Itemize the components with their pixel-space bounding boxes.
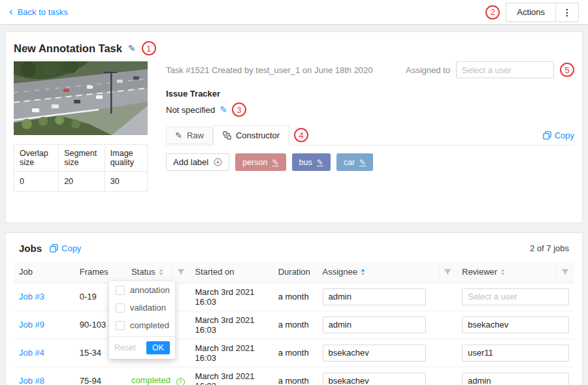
column-label: Started on — [195, 267, 235, 277]
annotation-marker-2: 2 — [485, 5, 500, 20]
reviewer-input[interactable] — [462, 316, 569, 333]
copy-jobs-link[interactable]: Copy — [50, 243, 81, 253]
filter-reviewer-icon[interactable] — [557, 266, 569, 278]
job-link[interactable]: Job #8 — [19, 376, 44, 385]
job-duration: a month — [273, 339, 318, 367]
assigned-to-group: Assigned to 5 — [406, 61, 574, 78]
param-header-segment-size: Segment size — [59, 145, 105, 172]
column-label: Frames — [80, 267, 108, 277]
param-header-image-quality: Image quality — [105, 145, 147, 172]
sort-status-icon[interactable]: ▲ ▼ — [159, 268, 163, 275]
actions-label: Actions — [506, 7, 555, 17]
column-label: Duration — [278, 267, 310, 277]
labels-tabs-bar: ✎ Raw Constructor 4 — [166, 125, 574, 146]
job-link[interactable]: Job #4 — [19, 348, 44, 358]
assignee-input[interactable] — [323, 316, 426, 333]
copy-labels-label: Copy — [555, 131, 574, 140]
actions-button[interactable]: Actions ⋮ — [506, 3, 579, 22]
pencil-icon: ✎ — [175, 131, 182, 140]
job-link[interactable]: Job #3 — [19, 292, 44, 301]
param-value-image-quality: 30 — [105, 172, 147, 192]
task-parameters-table: Overlap size Segment size Image quality … — [14, 144, 148, 192]
column-header-frames: Frames — [74, 262, 126, 283]
reviewer-input[interactable] — [462, 288, 569, 305]
plus-circle-icon — [214, 158, 222, 166]
topbar-right: 2 Actions ⋮ — [485, 3, 579, 22]
edit-label-icon[interactable]: ✎ — [359, 158, 366, 167]
copy-icon — [543, 131, 551, 140]
annotation-marker-5: 5 — [560, 63, 574, 77]
checkbox[interactable] — [116, 286, 125, 295]
task-assignee-input[interactable] — [456, 61, 554, 78]
caret-down-icon: ▼ — [500, 272, 506, 276]
tab-raw-label: Raw — [187, 131, 204, 140]
filter-status-icon[interactable] — [172, 266, 185, 278]
job-link[interactable]: Job #9 — [19, 320, 44, 330]
filter-option-label: completed — [130, 320, 169, 330]
assignee-input[interactable] — [323, 373, 426, 385]
assigned-to-label: Assigned to — [406, 65, 450, 75]
constructor-icon — [223, 131, 231, 140]
copy-icon — [50, 244, 58, 253]
add-label-button[interactable]: Add label — [166, 153, 229, 171]
sort-assignee-icon[interactable]: ▲ ▼ — [361, 268, 365, 275]
tab-raw[interactable]: ✎ Raw — [166, 127, 213, 144]
labels-constructor-area: Add label person ✎ bus ✎ car — [166, 146, 574, 211]
job-started-on: March 3rd 2021 16:03 — [190, 367, 273, 385]
copy-jobs-label: Copy — [61, 243, 81, 253]
filter-option-annotation[interactable]: annotation — [109, 281, 175, 299]
task-right-column: Task #1521 Created by test_user_1 on Jun… — [166, 61, 574, 211]
add-label-text: Add label — [173, 157, 208, 167]
label-chip-person[interactable]: person ✎ — [235, 153, 286, 171]
edit-label-icon[interactable]: ✎ — [317, 158, 323, 167]
job-started-on: March 3rd 2021 16:03 — [190, 311, 273, 339]
more-menu-icon[interactable]: ⋮ — [556, 7, 578, 18]
column-header-assignee[interactable]: Assignee ▲ ▼ — [318, 262, 457, 283]
issue-tracker-block: Issue Tracker Not specified ✎ 3 — [166, 89, 574, 117]
job-duration: a month — [273, 283, 318, 311]
column-header-reviewer[interactable]: Reviewer ▲ ▼ — [457, 262, 574, 283]
edit-issue-tracker-icon[interactable]: ✎ — [220, 104, 227, 115]
jobs-table-header-row: Job Frames Status ▲ ▼ — [14, 262, 574, 283]
task-preview-image — [14, 61, 148, 135]
edit-task-name-icon[interactable]: ✎ — [128, 43, 136, 54]
filter-option-validation[interactable]: validation — [109, 299, 175, 316]
copy-labels-link[interactable]: Copy — [543, 131, 574, 140]
filter-option-label: annotation — [130, 285, 170, 295]
task-body: Overlap size Segment size Image quality … — [14, 61, 574, 211]
filter-reset-button[interactable]: Reset — [114, 343, 136, 352]
annotation-marker-3: 3 — [232, 102, 246, 117]
job-duration: a month — [273, 367, 318, 385]
column-label: Assignee — [323, 267, 357, 277]
job-frames: 75-94 — [74, 367, 126, 385]
edit-label-icon[interactable]: ✎ — [272, 158, 278, 167]
label-name: car — [344, 158, 355, 167]
checkbox[interactable] — [116, 321, 125, 330]
filter-option-completed[interactable]: completed — [109, 316, 175, 334]
reviewer-input[interactable] — [462, 345, 569, 362]
assignee-input[interactable] — [323, 288, 426, 305]
checkbox[interactable] — [116, 303, 125, 313]
sort-reviewer-icon[interactable]: ▲ ▼ — [500, 268, 505, 275]
reviewer-input[interactable] — [462, 373, 569, 385]
column-header-status[interactable]: Status ▲ ▼ — [126, 262, 190, 283]
label-chip-car[interactable]: car ✎ — [336, 153, 373, 171]
label-name: bus — [299, 158, 312, 167]
filter-ok-button[interactable]: OK — [146, 341, 170, 354]
question-circle-icon[interactable]: ? — [176, 378, 185, 385]
back-to-tasks-link[interactable]: ‹ Back to tasks — [9, 7, 68, 17]
question-glyph: ? — [179, 378, 182, 385]
jobs-count: 2 of 7 jobs — [530, 243, 569, 253]
filter-option-label: validation — [130, 303, 166, 313]
label-chip-bus[interactable]: bus ✎ — [292, 153, 331, 171]
task-details-card: New Annotation Task ✎ 1 — [5, 31, 583, 223]
tab-constructor[interactable]: Constructor — [213, 125, 289, 146]
task-title: New Annotation Task — [14, 42, 122, 55]
table-row: Job #4 15-34 March 3rd 2021 16:03 a mont… — [14, 339, 574, 367]
column-label: Reviewer — [462, 267, 497, 277]
column-header-job: Job — [14, 262, 74, 283]
task-left-column: Overlap size Segment size Image quality … — [14, 61, 148, 211]
filter-assignee-icon[interactable] — [439, 266, 451, 278]
assignee-input[interactable] — [323, 345, 426, 362]
jobs-header: Jobs Copy 2 of 7 jobs — [14, 241, 574, 262]
